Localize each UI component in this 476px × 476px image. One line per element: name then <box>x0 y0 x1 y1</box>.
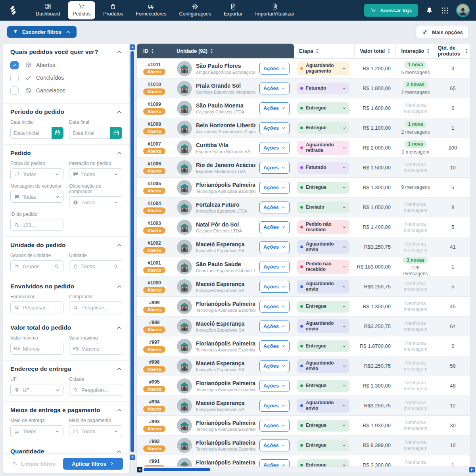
clear-filters-button[interactable]: Limpar filtros <box>10 461 58 467</box>
stage-select[interactable]: Aguardando envio <box>297 280 349 294</box>
actions-button[interactable]: Ações <box>259 301 290 313</box>
more-options-button[interactable]: Mais opções <box>416 26 469 39</box>
actions-button[interactable]: Ações <box>259 380 290 392</box>
stage-select[interactable]: Entregue <box>297 182 349 194</box>
buyer-input[interactable] <box>81 305 119 311</box>
hide-filters-button[interactable]: Esconder filtros <box>7 26 77 38</box>
sort-icon[interactable] <box>151 48 154 54</box>
interaction-filter-select[interactable]: Todas <box>69 168 122 180</box>
stage-select[interactable]: Aguardando retirada <box>297 141 349 155</box>
order-id-input[interactable] <box>23 222 60 228</box>
payment-method-select[interactable]: Todos <box>69 425 122 437</box>
stage-select[interactable]: Entregue <box>297 440 349 451</box>
sort-icon[interactable] <box>210 48 213 54</box>
chevron-up-icon[interactable] <box>116 49 122 55</box>
actions-button[interactable]: Ações <box>259 122 290 134</box>
column-header-qty[interactable]: Qtd. de produtos <box>436 44 470 58</box>
actions-button[interactable]: Ações <box>259 360 290 372</box>
column-header-stage[interactable]: Etapa <box>294 44 354 58</box>
max-value-input[interactable] <box>81 346 119 352</box>
status-option-concluídos[interactable]: Concluídos <box>10 72 122 83</box>
user-avatar[interactable] <box>456 4 470 17</box>
buyer-note-filter-select[interactable]: Todas <box>69 196 122 208</box>
start-date-calendar-button[interactable] <box>52 127 63 139</box>
end-date-input[interactable] <box>73 130 107 136</box>
actions-button[interactable]: Ações <box>259 162 290 174</box>
scroll-up-button[interactable] <box>130 44 135 50</box>
actions-button[interactable]: Ações <box>259 241 290 253</box>
stage-select[interactable]: Aguardando envio <box>297 399 349 413</box>
horizontal-scrollbar-thumb[interactable] <box>144 468 210 471</box>
actions-button[interactable]: Ações <box>259 202 290 213</box>
chevron-up-icon[interactable] <box>116 242 122 248</box>
nav-item-pedidos[interactable]: Pedidos <box>68 1 95 19</box>
chevron-up-icon[interactable] <box>116 284 122 290</box>
chevron-up-icon[interactable] <box>116 325 122 331</box>
chevron-up-icon[interactable] <box>116 366 122 372</box>
checkbox[interactable] <box>10 86 19 95</box>
chevron-up-icon[interactable] <box>116 407 122 413</box>
sidebar-scrollbar-thumb[interactable] <box>131 51 134 452</box>
unit-groups-input[interactable] <box>23 263 51 269</box>
actions-button[interactable]: Ações <box>259 459 290 467</box>
actions-button[interactable]: Ações <box>259 321 290 332</box>
stage-select[interactable]: Entregue <box>297 459 349 467</box>
stage-select[interactable]: Aguardando envio <box>297 359 349 373</box>
search-icon[interactable] <box>54 263 60 269</box>
actions-button[interactable]: Ações <box>259 83 290 94</box>
delivery-method-select[interactable]: Todos <box>10 425 63 437</box>
uf-select[interactable]: UF <box>10 384 63 396</box>
scroll-left-button[interactable] <box>137 467 142 472</box>
stage-select[interactable]: Entregue <box>297 380 349 392</box>
access-store-button[interactable]: Acessar loja <box>364 4 418 17</box>
min-value-input[interactable] <box>23 346 60 352</box>
sort-icon[interactable] <box>315 48 319 54</box>
chevron-up-icon[interactable] <box>116 150 122 156</box>
column-header-interaction[interactable]: Interação <box>395 44 436 58</box>
sort-icon[interactable] <box>426 48 430 54</box>
apply-filters-button[interactable]: Aplicar filtros <box>63 458 123 470</box>
stage-select[interactable]: Enviado <box>297 202 349 213</box>
stage-select[interactable]: Pedido não recebido <box>297 220 349 234</box>
actions-button[interactable]: Ações <box>259 102 290 114</box>
stage-select[interactable]: Aguardando pagamento <box>297 61 349 76</box>
actions-button[interactable]: Ações <box>259 182 290 194</box>
notifications-bell-icon[interactable] <box>425 6 434 15</box>
checkbox[interactable] <box>10 61 19 69</box>
stage-select[interactable]: Faturado <box>297 83 349 94</box>
actions-button[interactable]: Ações <box>259 400 290 412</box>
nav-item-exportar[interactable]: Exportar <box>219 1 247 19</box>
stage-select[interactable]: Entregue <box>297 102 349 114</box>
end-date-calendar-button[interactable] <box>110 127 122 139</box>
app-logo[interactable] <box>6 4 20 17</box>
actions-button[interactable]: Ações <box>259 440 290 451</box>
actions-button[interactable]: Ações <box>259 63 290 75</box>
apps-grid-icon[interactable] <box>441 6 449 15</box>
unit-input[interactable] <box>81 263 110 269</box>
column-header-unit[interactable]: Unidade (92) <box>172 44 294 58</box>
seller-message-filter-select[interactable]: Todas <box>10 191 63 203</box>
nav-item-configura-es[interactable]: Configurações <box>175 1 216 19</box>
stage-select[interactable]: Entregue <box>297 340 349 352</box>
stage-select[interactable]: Entregue <box>297 301 349 313</box>
nav-item-fornecedores[interactable]: Fornecedores <box>131 1 171 19</box>
actions-button[interactable]: Ações <box>259 142 290 154</box>
scroll-right-button[interactable] <box>469 467 475 472</box>
stage-select[interactable]: Aguardando envio <box>297 319 349 334</box>
city-input[interactable] <box>81 387 119 393</box>
sort-icon[interactable] <box>465 48 468 54</box>
stage-select[interactable]: Pedido não recebido <box>297 260 349 274</box>
stage-filter-select[interactable]: Todas <box>10 168 63 180</box>
chevron-up-icon[interactable] <box>116 109 122 115</box>
stage-select[interactable]: Entregue <box>297 122 349 134</box>
stage-select[interactable]: Faturado <box>297 162 349 174</box>
status-option-cancelados[interactable]: Cancelados <box>10 85 122 96</box>
actions-button[interactable]: Ações <box>259 261 290 273</box>
actions-button[interactable]: Ações <box>259 420 290 432</box>
scroll-down-button[interactable] <box>130 455 135 460</box>
status-option-abertos[interactable]: Abertos <box>10 60 122 71</box>
stage-select[interactable]: Entregue <box>297 420 349 432</box>
stage-select[interactable]: Aguardando envio <box>297 240 349 254</box>
chevron-up-icon[interactable] <box>116 449 122 455</box>
actions-button[interactable]: Ações <box>259 221 290 233</box>
